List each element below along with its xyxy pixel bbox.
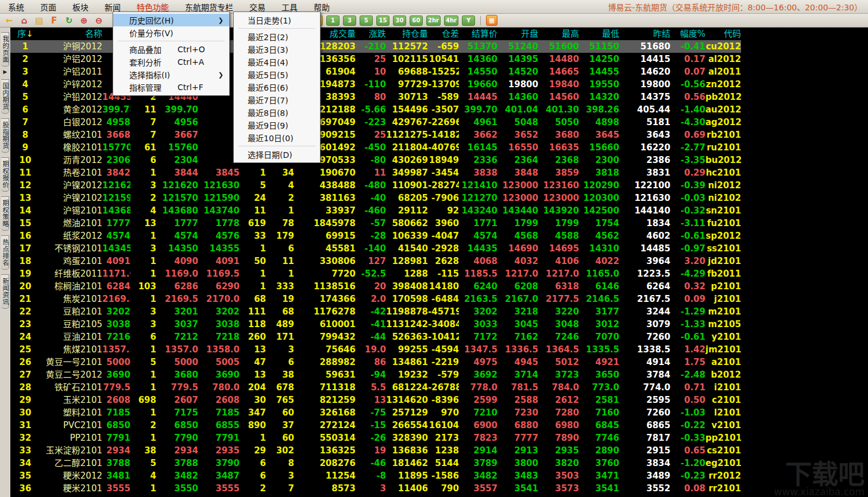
period-button-30[interactable]: 30 <box>393 15 406 26</box>
sidebar-tab-股指期货[interactable]: 股指期货 <box>1 118 9 153</box>
period-button-Y[interactable]: Y <box>462 15 475 26</box>
column-header[interactable]: 开盘 <box>497 28 538 40</box>
context-menu-item-4[interactable]: 套利分析Ctrl+A <box>113 56 229 68</box>
table-row-hc2101[interactable]: 11热卷2101384213844384513419067011349987-3… <box>10 166 741 179</box>
column-header[interactable]: 最高 <box>538 28 579 40</box>
submenu-item-4[interactable]: 最近4日(4) <box>234 56 320 68</box>
table-cell: 7246 <box>538 331 579 343</box>
column-header[interactable]: 序↓ <box>10 28 40 40</box>
table-row-ss2101[interactable]: 17不锈钢210114345314350143551645581-1404154… <box>10 242 741 255</box>
table-row-a2101[interactable]: 26黄豆一号2101500055000500547628898286134861… <box>10 356 741 368</box>
table-cell: 4562 <box>579 230 619 242</box>
context-menu-item-5[interactable]: 选择指标(I)❯ <box>113 68 229 81</box>
submenu-item-5[interactable]: 最近5日(5) <box>234 68 320 81</box>
table-row-sp2012[interactable]: 16纸浆201245741457445763317969915-28106339… <box>10 230 741 242</box>
menubar-item-2[interactable]: 板块 <box>64 0 97 14</box>
table-cell: 14310 <box>579 242 619 255</box>
table-cell: 3541 <box>497 482 538 495</box>
table-cell: 2934 <box>102 444 130 457</box>
sidebar-tab-我的页面[interactable]: 我的页面 <box>1 32 9 67</box>
column-header[interactable]: 幅度% <box>670 28 705 40</box>
sidebar-tab-期权报价[interactable]: 期权报价 <box>1 157 9 192</box>
table-cell: 8573 <box>294 482 356 495</box>
submenu-item-12[interactable]: 选择日期(D) <box>234 148 320 161</box>
submenu-item-3[interactable]: 最近3日(3) <box>234 43 320 56</box>
column-header[interactable]: 涨跌 <box>356 28 386 40</box>
table-cell: au2012 <box>705 103 741 116</box>
table-row-ni2102[interactable]: 13沪镍21021215902121570121590242381163-406… <box>10 192 741 204</box>
table-cell: 30713 <box>386 91 428 103</box>
table-row-p2101[interactable]: 20棕榈油21016284103628662901333113851620398… <box>10 280 741 293</box>
grid-view-icon[interactable]: ▦ <box>486 15 497 26</box>
column-header[interactable]: 结算价 <box>459 28 497 40</box>
table-row-rr2101[interactable]: 36粳米210135551355035552785733114067903557… <box>10 482 741 495</box>
table-cell: 47 <box>240 356 266 368</box>
sidebar-tab-期权策略[interactable]: 期权策略 <box>1 196 9 231</box>
column-header[interactable]: 昨结 <box>619 28 670 40</box>
sidebar-tab-热点排名[interactable]: 热点排名 <box>1 235 9 270</box>
period-button-5[interactable]: 5 <box>360 15 373 26</box>
table-row-pp2101[interactable]: 32PP21017791177907791160550314-263283902… <box>10 432 741 444</box>
table-row-i2101[interactable]: 28铁矿石2101779.51779.5780.02046787113185.5… <box>10 381 741 394</box>
period-button-2hr[interactable]: 2hr <box>426 15 441 26</box>
column-header[interactable]: 名称 <box>40 28 102 40</box>
table-row-y2101[interactable]: 24豆油21017216672127218260171799432-445263… <box>10 331 741 343</box>
submenu-item-0[interactable]: 当日走势(1) <box>234 14 320 26</box>
submenu-item-10[interactable]: 最近10日(0) <box>234 131 320 144</box>
table-row-j2101[interactable]: 21焦炭21012169.512169.52170.068191743662.0… <box>10 293 741 305</box>
table-row-l2101[interactable]: 30塑料2101718517175718534760326168-7525712… <box>10 406 741 419</box>
table-cell: rr2101 <box>705 482 741 495</box>
table-row-cs2101[interactable]: 33玉米淀粉2101293438293429352930213632519136… <box>10 444 741 457</box>
period-button-60[interactable]: 60 <box>410 15 423 26</box>
table-row-jm2101[interactable]: 25焦煤21011357.511357.01358.01337564619.09… <box>10 343 741 356</box>
context-menu-item-3[interactable]: 商品叠加Ctrl+O <box>113 43 229 56</box>
submenu-item-9[interactable]: 最近9日(9) <box>234 119 320 131</box>
period-button-1[interactable]: 1 <box>326 15 340 26</box>
submenu-item-6[interactable]: 最近6日(6) <box>234 81 320 94</box>
refresh-icon[interactable]: ↻ <box>63 15 75 26</box>
column-header[interactable]: 最低 <box>579 28 619 40</box>
column-header[interactable]: 持仓量 <box>386 28 428 40</box>
context-menu-item-1[interactable]: 价量分布(V) <box>113 26 229 39</box>
table-row-jd2101[interactable]: 18鸡蛋210140911409040915011330806127128981… <box>10 255 741 267</box>
table-row-sn2101[interactable]: 14沪锡2101143680414368014374011133937-4602… <box>10 204 741 217</box>
zoom-in-icon[interactable]: ⊕ <box>78 15 90 26</box>
table-row-m2101[interactable]: 22豆粕21013202332013202111681176278-421198… <box>10 305 741 318</box>
menubar-item-1[interactable]: 页面 <box>32 0 64 14</box>
table-row-v2101[interactable]: 31PVC2101685026850685589037272124-152665… <box>10 419 741 432</box>
table-row-bu2012[interactable]: 10沥青2012230662304970533-8043026918949233… <box>10 154 741 166</box>
table-cell: 1121275 <box>386 129 428 141</box>
period-button-15[interactable]: 15 <box>376 15 389 26</box>
table-row-eg2101[interactable]: 34乙二醇2101378853788379068208276-461814625… <box>10 457 741 469</box>
submenu-item-2[interactable]: 最近2日(2) <box>234 30 320 43</box>
table-row-ni2012[interactable]: 12沪镍2012121620312162012163054438488-4801… <box>10 179 741 192</box>
notebook-icon[interactable]: ▤ <box>33 15 45 26</box>
period-button-3[interactable]: 3 <box>343 15 356 26</box>
sidebar-expand-icon[interactable]: ▶ <box>3 69 7 75</box>
table-row-rb2101[interactable]: 8螺纹2101366873667909215251121275-14182366… <box>10 129 741 141</box>
submenu-item-7[interactable]: 最近7日(7) <box>234 94 320 106</box>
submenu-item-8[interactable]: 最近8日(8) <box>234 106 320 119</box>
sidebar-tab-国内期货[interactable]: 国内期货 <box>1 79 9 114</box>
back-icon[interactable]: ← <box>3 15 15 26</box>
context-menu-item-6[interactable]: 指标管理Ctrl+F <box>113 81 229 94</box>
table-row-fu2101[interactable]: 15燃油210117771317771778619781845978-57580… <box>10 217 741 230</box>
table-row-fb2011[interactable]: 19纤维板20111171.011169.01169.5117720-52.51… <box>10 267 741 280</box>
table-row-m2105[interactable]: 23豆粕21053038330373038118489610001-411131… <box>10 318 741 331</box>
table-row-c2101[interactable]: 29玉米210126086982607260830765821259131314… <box>10 394 741 406</box>
table-row-ru2101[interactable]: 9橡胶21011577061157601601492-450211804-407… <box>10 141 741 154</box>
table-row-ag2012[interactable]: 7白银20124958749561697049-223429767-226964… <box>10 116 741 129</box>
sidebar-tab-新闻资讯[interactable]: 新闻资讯 <box>1 274 9 309</box>
column-header[interactable]: 仓差 <box>428 28 459 40</box>
table-row-rr2012[interactable]: 35粳米201234814348234876311254-811895-1586… <box>10 469 741 482</box>
fin-icon[interactable]: F <box>48 15 60 26</box>
context-menu-item-0[interactable]: 历史回忆(H)❯ <box>113 14 229 26</box>
table-row-au2012[interactable]: 6黄金2012399.7811399.70212188-5.66154496-3… <box>10 103 741 116</box>
period-button-4hr[interactable]: 4hr <box>444 15 458 26</box>
column-header[interactable]: 代码 <box>705 28 741 40</box>
home-icon[interactable]: ⌂ <box>18 15 30 26</box>
menubar-item-0[interactable]: 系统 <box>0 0 32 14</box>
table-cell: 6 <box>130 331 156 343</box>
zoom-out-icon[interactable]: ⊖ <box>93 15 105 26</box>
table-row-b2012[interactable]: 27黄豆二号20123690136803690133859631-9419232… <box>10 368 741 381</box>
